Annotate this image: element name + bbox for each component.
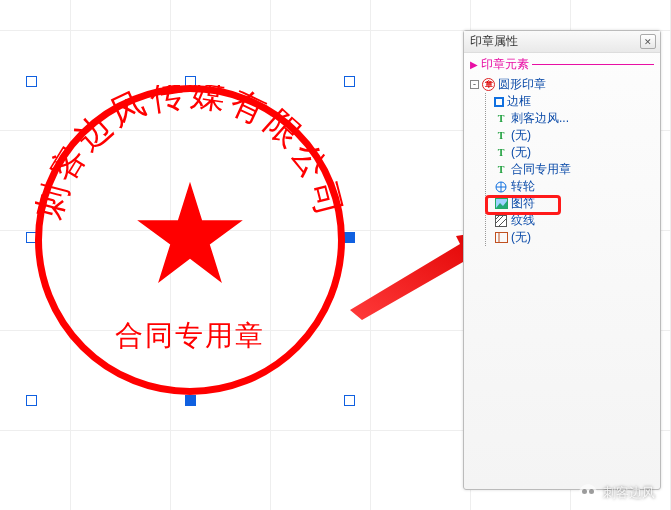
tree-item-label: 合同专用章 (511, 161, 571, 178)
tree-children: 边框 刺客边风... (无) (无) 合同专用章 (485, 93, 656, 246)
tree-item-label: 转轮 (511, 178, 535, 195)
tree-item-label: (无) (511, 144, 531, 161)
tree-item-label: (无) (511, 127, 531, 144)
tree-item-label: 纹线 (511, 212, 535, 229)
panel-header[interactable]: 印章属性 ✕ (464, 31, 660, 53)
tree-item-hatch[interactable]: 纹线 (494, 212, 656, 229)
expander-icon[interactable]: - (470, 80, 479, 89)
svg-rect-12 (495, 233, 507, 243)
tree-item-text3[interactable]: (无) (494, 144, 656, 161)
tree-root-row[interactable]: - 章 圆形印章 (470, 76, 656, 93)
handle-e[interactable] (344, 232, 355, 243)
text-icon (494, 129, 508, 143)
wechat-icon (579, 484, 597, 502)
handle-se[interactable] (344, 395, 355, 406)
svg-marker-1 (137, 182, 243, 283)
handle-s[interactable] (185, 395, 196, 406)
section-title: 印章元素 (481, 56, 529, 73)
tree-item-image[interactable]: 图符 (494, 195, 656, 212)
tree-item-text1[interactable]: 刺客边风... (494, 110, 656, 127)
handle-sw[interactable] (26, 395, 37, 406)
seal-object[interactable]: 刺客边风传媒有限公司 合同专用章 (35, 85, 345, 395)
watermark: 刺客边风 (579, 484, 655, 502)
section-rule (532, 64, 654, 65)
tree-item-frame[interactable]: (无) (494, 229, 656, 246)
image-icon (494, 197, 508, 211)
tree-item-text4[interactable]: 合同专用章 (494, 161, 656, 178)
hatch-icon (494, 214, 508, 228)
tree-item-label: (无) (511, 229, 531, 246)
handle-ne[interactable] (344, 76, 355, 87)
text-icon (494, 163, 508, 177)
properties-panel: 印章属性 ✕ ▶ 印章元素 - 章 圆形印章 边框 刺客边风... (无) (463, 30, 661, 490)
seal-star-icon (135, 178, 245, 288)
tree-item-border[interactable]: 边框 (494, 93, 656, 110)
element-tree: - 章 圆形印章 边框 刺客边风... (无) (无) 合同 (464, 74, 660, 250)
watermark-text: 刺客边风 (603, 484, 655, 502)
text-icon (494, 146, 508, 160)
tree-item-wheel[interactable]: 转轮 (494, 178, 656, 195)
tree-item-label: 刺客边风... (511, 110, 569, 127)
close-icon: ✕ (644, 37, 652, 47)
panel-title: 印章属性 (470, 33, 518, 50)
tree-root-label: 圆形印章 (498, 76, 546, 93)
frame-icon (494, 231, 508, 245)
tree-item-label: 边框 (507, 93, 531, 110)
panel-close-button[interactable]: ✕ (640, 34, 656, 49)
seal-bottom-text: 合同专用章 (35, 317, 345, 355)
tree-item-text2[interactable]: (无) (494, 127, 656, 144)
seal-icon: 章 (482, 78, 495, 91)
section-header[interactable]: ▶ 印章元素 (464, 53, 660, 74)
tree-item-label: 图符 (511, 195, 535, 212)
wheel-icon (494, 180, 508, 194)
section-caret-icon: ▶ (470, 59, 478, 70)
border-icon (494, 97, 504, 107)
text-icon (494, 112, 508, 126)
